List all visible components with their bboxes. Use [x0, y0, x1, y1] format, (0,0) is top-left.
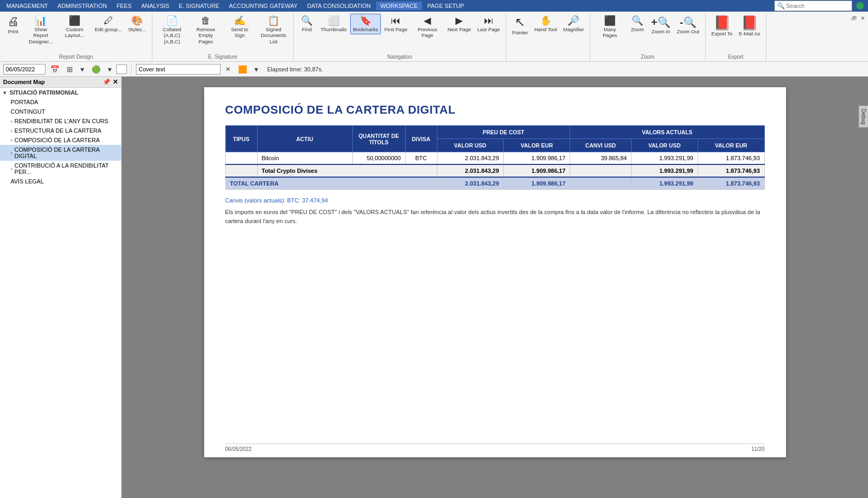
zoom-in-button[interactable]: +🔍 Zoom In — [648, 14, 673, 36]
email-as-label: E-Mail As — [739, 31, 760, 36]
content-area[interactable]: COMPOSICIÓ DE LA CARTERA DIGITAL TIPUS A… — [122, 77, 868, 498]
restore-button[interactable]: 🗗 — [850, 14, 858, 22]
signed-docs-button[interactable]: 📋 Signed Documents List — [257, 14, 290, 47]
next-page-button[interactable]: ▶ Next Page — [445, 14, 473, 34]
footer-page: 11/20 — [751, 446, 764, 452]
thumbnails-button[interactable]: ⬜ Thumbnails — [318, 14, 349, 34]
menu-item-administration[interactable]: ADMINISTRATION — [53, 2, 111, 10]
doc-map-contingut[interactable]: CONTINGUT — [0, 107, 121, 116]
pointer-label: Pointer — [512, 30, 528, 35]
print-button[interactable]: 🖨 Print — [3, 14, 23, 36]
cover-text-input[interactable] — [136, 64, 221, 75]
close-panel-icon[interactable]: ✕ — [113, 78, 118, 86]
ribbon-group-esignature: 📄 Collated (A,B,C) (A,B,C) 🗑 Remove Empt… — [152, 13, 294, 61]
doc-map-avis[interactable]: AVÍS LEGAL — [0, 177, 121, 186]
pointer-icon: ↖ — [515, 16, 525, 29]
doc-map-estructura[interactable]: › ESTRUCTURA DE LA CARTERA — [0, 126, 121, 135]
esignature-group-label: E. Signature — [208, 53, 237, 61]
bookmarks-label: Bookmarks — [353, 26, 378, 32]
rendibilitat-label: RENDIBILITAT DE L'ANY EN CURS — [14, 118, 108, 124]
grid-icon[interactable]: ⊞ — [64, 63, 76, 75]
doc-map-composicio[interactable]: › COMPOSICIÓ DE LA CARTERA — [0, 135, 121, 145]
search-box[interactable]: 🔍 — [774, 1, 852, 11]
custom-layout-button[interactable]: ⬛ Custom Layout... — [58, 14, 91, 41]
color-box[interactable]: 🟧 — [235, 63, 250, 75]
td-total-canvi — [570, 164, 632, 177]
zoom-out-icon: -🔍 — [680, 16, 697, 29]
debug-tab[interactable]: Debug — [858, 106, 868, 127]
doc-map-contribucio[interactable]: › CONTRIBUCIÓ A LA RENDIBILITAT PER... — [0, 161, 121, 177]
remove-empty-button[interactable]: 🗑 Remove Empty Pages — [189, 14, 222, 47]
custom-layout-icon: ⬛ — [69, 16, 80, 25]
portada-label: PORTADA — [11, 99, 38, 105]
th-actiu: ACTIU — [257, 126, 352, 152]
doc-map-rendibilitat[interactable]: › RENDIBILITAT DE L'ANY EN CURS — [0, 116, 121, 126]
first-page-button[interactable]: ⏮ First Page — [382, 14, 410, 34]
many-pages-button[interactable]: ⬛ Many Pages — [593, 14, 626, 41]
table-row: Bitcoin 50,00000000 BTC 2.031.843,29 1.9… — [225, 152, 764, 165]
total-row: Total Crypto Divises 2.031.843,29 1.909.… — [225, 164, 764, 177]
th-canvi-usd: CANVI USD — [570, 139, 632, 152]
hand-tool-button[interactable]: ✋ Hand Tool — [532, 14, 560, 34]
td-quantitat: 50,00000000 — [352, 152, 405, 165]
zoom-out-button[interactable]: -🔍 Zoom Out — [674, 14, 702, 36]
menu-item-workspace[interactable]: WORKSPACE — [376, 2, 422, 10]
zoom-label: Zoom — [631, 26, 644, 32]
dropdown-arrow-1[interactable]: ▾ — [78, 63, 87, 75]
th-preu-eur: VALOR EUR — [504, 139, 570, 152]
calendar-icon[interactable]: 📅 — [48, 63, 62, 75]
menu-item-fees[interactable]: FEES — [112, 2, 136, 10]
bookmarks-button[interactable]: 🔖 Bookmarks — [350, 14, 381, 34]
navigation-group-label: Navigation — [387, 53, 412, 61]
styles-button[interactable]: 🎨 Styles... — [125, 14, 149, 34]
chevron-right-icon: › — [11, 118, 12, 124]
collated-button[interactable]: 📄 Collated (A,B,C) (A,B,C) — [156, 14, 188, 47]
doc-map-composicio-digital[interactable]: › COMPOSICIÓ DE LA CARTERA DIGITAL — [0, 145, 121, 161]
menu-item-data-consolidation[interactable]: DATA CONSOLIDATION — [303, 2, 375, 10]
find-button[interactable]: 🔍 Find — [297, 14, 317, 34]
menu-item-page-setup[interactable]: PAGE SETUP — [423, 2, 468, 10]
edit-group-label: Edit group... — [95, 26, 122, 32]
dropdown-arrow-3[interactable]: ▾ — [252, 63, 261, 75]
pointer-button[interactable]: ↖ Pointer — [509, 14, 531, 38]
last-page-icon: ⏭ — [484, 16, 494, 25]
dropdown-arrow-2[interactable]: ▾ — [105, 63, 114, 75]
menu-item-accounting[interactable]: ACCOUNTING GATEWAY — [225, 2, 302, 10]
td-actiu: Bitcoin — [257, 152, 352, 165]
clear-cover-icon[interactable]: ✕ — [223, 64, 233, 75]
first-page-icon: ⏮ — [391, 16, 400, 25]
chevron-right-icon-3: › — [11, 137, 12, 143]
export-to-button[interactable]: 📕 Export To — [709, 14, 735, 39]
td-grand-total-canvi — [570, 177, 632, 190]
ribbon-window-controls: 🗗 ✕ — [850, 13, 868, 61]
send-to-sign-button[interactable]: ✍ Send to Sign — [223, 14, 256, 41]
report-designer-label: Show Report Designer... — [27, 26, 54, 44]
export-group-label: Export — [728, 53, 743, 61]
chevron-right-icon-5: › — [11, 166, 12, 172]
notes-text: Canvis (valors actuals): BTC: 37.474,94 — [225, 197, 765, 204]
report-table: TIPUS ACTIU QUANTITAT DE TÍTOLS DIVISA P… — [225, 125, 765, 190]
toolbar-bar: 📅 ⊞ ▾ 🟢 ▾ ✕ 🟧 ▾ Elapsed time: 30,87s. — [0, 62, 868, 77]
collated-label: Collated (A,B,C) (A,B,C) — [158, 26, 186, 44]
close-button[interactable]: ✕ — [858, 14, 867, 22]
td-grand-total-preu-eur: 1.909.986,17 — [504, 177, 570, 190]
pin-icon[interactable]: 📌 — [103, 78, 111, 86]
email-as-button[interactable]: 📕 E-Mail As — [736, 14, 763, 39]
search-input[interactable] — [786, 3, 849, 9]
zoom-button[interactable]: 🔍 Zoom — [627, 14, 647, 34]
td-canvi-usd: 39.865,84 — [570, 152, 632, 165]
date-input[interactable] — [3, 64, 45, 75]
doc-map-portada[interactable]: PORTADA — [0, 97, 121, 107]
magnifier-button[interactable]: 🔎 Magnifier — [561, 14, 587, 34]
show-report-designer-button[interactable]: 📊 Show Report Designer... — [24, 14, 57, 47]
last-page-button[interactable]: ⏭ Last Page — [474, 14, 502, 34]
doc-map-situacio[interactable]: ▼ SITUACIÓ PATRIMONIAL — [0, 88, 121, 97]
menu-item-esignature[interactable]: E. SIGNATURE — [175, 2, 224, 10]
previous-page-button[interactable]: ◀ Previous Page — [411, 14, 444, 41]
custom-layout-label: Custom Layout... — [61, 26, 88, 39]
footer-date: 06/05/2022 — [225, 446, 252, 452]
menu-item-analysis[interactable]: ANALYSIS — [137, 2, 173, 10]
edit-group-button[interactable]: 🖊 Edit group... — [92, 14, 124, 34]
color-indicator[interactable]: 🟢 — [89, 63, 103, 75]
menu-item-management[interactable]: MANAGEMENT — [2, 2, 52, 10]
